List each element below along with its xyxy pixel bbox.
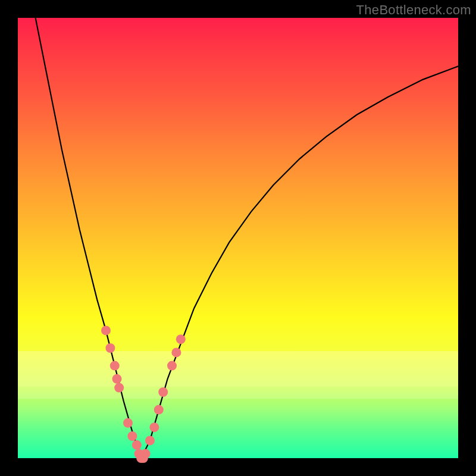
data-marker	[158, 387, 168, 397]
data-marker	[145, 436, 155, 445]
data-marker	[154, 405, 164, 415]
data-marker	[110, 361, 120, 371]
curve-layer	[18, 18, 458, 458]
data-marker	[171, 347, 181, 357]
data-marker	[132, 440, 142, 450]
data-marker	[105, 343, 115, 353]
watermark-text: TheBottleneck.com	[356, 2, 471, 18]
data-marker	[112, 374, 122, 384]
data-marker	[127, 431, 137, 441]
data-marker	[141, 449, 151, 459]
data-marker	[114, 383, 124, 393]
data-marker	[149, 422, 159, 432]
chart-frame: TheBottleneck.com	[0, 0, 476, 476]
bottleneck-curve	[36, 18, 458, 458]
data-marker	[101, 325, 111, 335]
marker-group	[101, 325, 186, 463]
data-marker	[176, 334, 186, 344]
data-marker	[123, 418, 133, 428]
data-marker	[167, 361, 177, 371]
